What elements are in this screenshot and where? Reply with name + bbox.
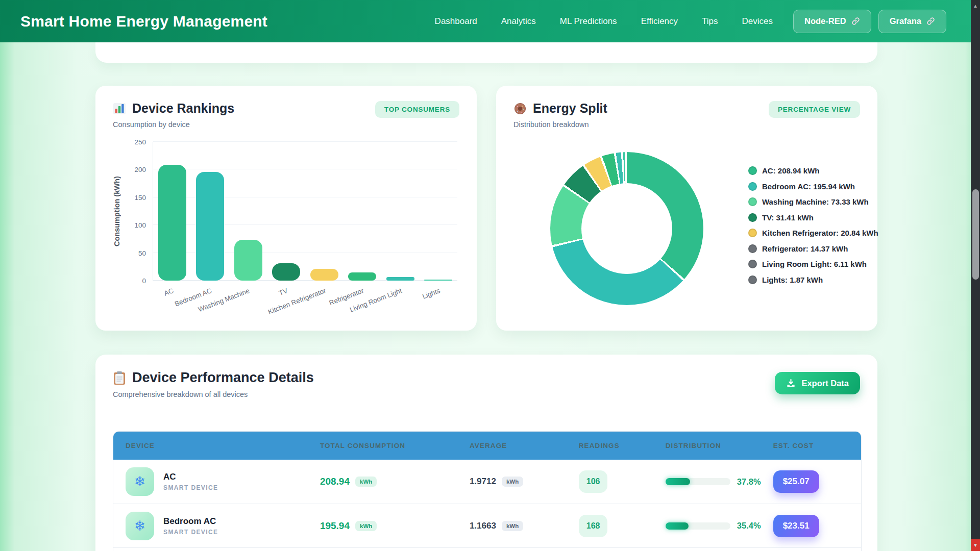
total-consumption-cell: 195.94kWh [308,520,457,532]
device-type: SMART DEVICE [163,529,218,536]
distribution-percent: 35.4% [737,521,761,531]
snowflake-icon: ❄ [126,512,154,540]
device-name: Bedroom AC [163,516,218,527]
bar-tv[interactable] [272,263,300,281]
top-consumers-badge[interactable]: TOP CONSUMERS [375,101,459,118]
legend-label: Living Room Light: 6.11 kWh [762,260,867,268]
legend-marker [748,197,757,206]
donut-hole [581,183,672,274]
x-label-kitchen-refrigerator: Kitchen Refrigerator [267,287,327,316]
est-cost-cell: $25.07 [761,470,861,493]
legend-item[interactable]: TV: 31.41 kWh [748,213,878,222]
total-value: 195.94 [320,520,350,532]
download-icon [786,379,796,388]
distribution-percent: 37.8% [737,477,761,487]
y-tick-label: 250 [126,138,146,146]
bar-slot [267,263,306,281]
navbar: Smart Home Energy Management DashboardAn… [0,0,980,42]
scroll-up-button[interactable]: ▲ [971,0,980,12]
legend-label: Bedroom AC: 195.94 kWh [762,182,855,191]
card-title-row: Energy Split [513,101,607,116]
legend-item[interactable]: Refrigerator: 14.37 kWh [748,244,878,253]
scroll-down-button[interactable]: ▼ [971,539,980,551]
table-row-ac[interactable]: ❄ACSMART DEVICE208.94kWh1.9712kWh10637.8… [113,460,861,504]
snowflake-icon: ❄ [126,467,154,496]
previous-card-partial [95,42,877,63]
bar-slot [229,240,267,281]
legend-item[interactable]: Washing Machine: 73.33 kWh [748,197,878,206]
table-body: ❄ACSMART DEVICE208.94kWh1.9712kWh10637.8… [113,460,861,547]
table-row-partial [113,547,861,551]
column-header-total-consumption: TOTAL CONSUMPTION [308,442,457,449]
legend-marker [748,276,757,284]
y-tick-label: 100 [126,221,146,229]
nav-link-devices[interactable]: Devices [742,16,773,27]
x-label-tv: TV [278,287,289,297]
scrollbar-thumb[interactable] [972,189,979,280]
node-red-button[interactable]: Node-RED [793,10,871,33]
table-row-bedroom-ac[interactable]: ❄Bedroom ACSMART DEVICE195.94kWh1.1663kW… [113,504,861,547]
card-head: Energy Split Distribution breakdown PERC… [513,101,860,129]
total-value: 208.94 [320,476,350,487]
link-icon [851,17,860,26]
legend-item[interactable]: Bedroom AC: 195.94 kWh [748,182,878,191]
y-axis-title: Consumption (kWh) [113,142,121,281]
nav-link-dashboard[interactable]: Dashboard [435,16,477,27]
nav-link-efficiency[interactable]: Efficiency [641,16,678,27]
percentage-view-badge[interactable]: PERCENTAGE VIEW [769,101,860,118]
device-cell: ❄ACSMART DEVICE [113,467,308,496]
bar-washing-machine[interactable] [234,240,262,281]
bar-kitchen-refrigerator[interactable] [310,269,338,281]
donut-legend: AC: 208.94 kWhBedroom AC: 195.94 kWhWash… [748,166,878,284]
legend-marker [748,182,757,191]
bar-living-room-light[interactable] [386,277,414,281]
average-cell: 1.9712kWh [457,477,567,487]
card-head: Device Rankings Consumption by device TO… [113,101,459,129]
grafana-button[interactable]: Grafana [878,10,946,33]
card-head: Device Performance Details Comprehensive… [113,370,860,398]
legend-item[interactable]: Living Room Light: 6.11 kWh [748,260,878,268]
app-title: Smart Home Energy Management [20,13,267,30]
bar-refrigerator[interactable] [348,272,376,281]
average-cell: 1.1663kWh [457,521,567,531]
legend-label: Refrigerator: 14.37 kWh [762,244,848,253]
device-performance-card: Device Performance Details Comprehensive… [95,355,877,551]
bar-slot [153,165,191,281]
nav-links: DashboardAnalyticsML PredictionsEfficien… [435,16,773,27]
scrollbar[interactable]: ▲ ▼ [971,0,980,551]
card-title: Device Performance Details [132,370,314,386]
nav-link-tips[interactable]: Tips [702,16,718,27]
column-header-device: DEVICE [113,442,308,449]
legend-item[interactable]: Kitchen Refrigerator: 20.84 kWh [748,229,878,237]
legend-label: AC: 208.94 kWh [762,166,820,175]
nav-link-ml-predictions[interactable]: ML Predictions [560,16,617,27]
bar-chart: Consumption (kWh) 050100150200250ACBedro… [113,142,459,325]
readings-cell: 168 [567,515,653,537]
card-title-row: Device Performance Details [113,370,314,386]
bar-ac[interactable] [158,165,186,281]
est-cost-button[interactable]: $23.51 [773,515,819,537]
energy-split-card: Energy Split Distribution breakdown PERC… [496,86,877,331]
donut-chart [550,152,703,305]
readings-cell: 106 [567,470,653,493]
legend-item[interactable]: Lights: 1.87 kWh [748,276,878,284]
bar-chart-plot: 050100150200250ACBedroom ACWashing Machi… [153,142,457,281]
export-data-label: Export Data [801,379,849,388]
distribution-bar-fill [666,478,690,485]
distribution-cell: 37.8% [653,477,761,487]
nav-link-analytics[interactable]: Analytics [501,16,536,27]
legend-marker [748,229,757,237]
legend-item[interactable]: AC: 208.94 kWh [748,166,878,175]
card-subtitle: Comprehensive breakdown of all devices [113,390,314,398]
device-type: SMART DEVICE [163,484,218,491]
est-cost-cell: $23.51 [761,515,861,537]
card-subtitle: Consumption by device [113,120,234,129]
legend-marker [748,260,757,268]
export-data-button[interactable]: Export Data [775,372,860,394]
x-label-lights: Lights [421,287,441,300]
bar-bedroom-ac[interactable] [196,172,224,281]
y-tick-label: 150 [126,193,146,201]
est-cost-button[interactable]: $25.07 [773,470,819,493]
legend-marker [748,213,757,222]
bar-slot [191,172,230,281]
